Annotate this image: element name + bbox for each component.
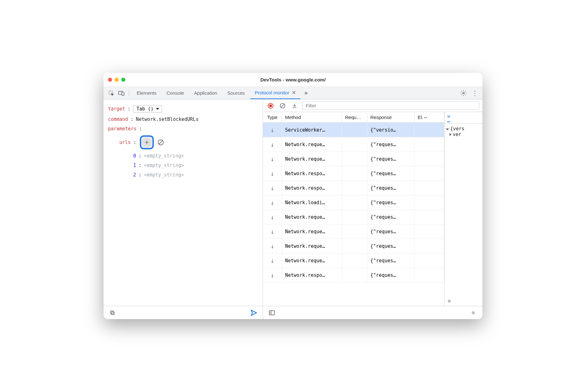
col-elapsed[interactable]: El.↔	[415, 112, 444, 122]
tab-bar: Elements Console Application Sources Pro…	[104, 87, 482, 99]
cell-response: {"reques…	[367, 195, 415, 210]
cell-elapsed	[415, 166, 444, 181]
clear-urls-button[interactable]	[156, 138, 165, 147]
table-row[interactable]: ↓Network.respo…{"reques…	[263, 166, 444, 181]
tab-protocol-monitor[interactable]: Protocol monitor ✕	[250, 87, 300, 99]
col-request[interactable]: Requ…	[342, 112, 367, 122]
close-window-button[interactable]	[108, 78, 112, 82]
cell-response: {"reques…	[367, 253, 415, 268]
table-row[interactable]: ↓Network.reque…{"reques…	[263, 239, 444, 253]
toggle-sidebar-icon[interactable]	[267, 308, 276, 317]
maximize-window-button[interactable]	[121, 78, 125, 82]
copy-icon[interactable]	[108, 308, 117, 317]
detail-root[interactable]: {vers	[446, 126, 481, 132]
table-row[interactable]: ↓Network.respo…{"reques…	[263, 268, 444, 282]
clear-log-button[interactable]	[278, 101, 287, 110]
close-tab-icon[interactable]: ✕	[292, 90, 296, 96]
parameters-key: parameters	[108, 126, 136, 132]
cell-type: ↓	[263, 268, 282, 282]
cell-request	[342, 137, 367, 151]
table-row[interactable]: ↓Network.reque…{"reques…	[263, 253, 444, 268]
detail-scroll-hint	[445, 296, 482, 306]
filter-input[interactable]	[302, 101, 479, 110]
settings-icon[interactable]	[459, 89, 468, 98]
cell-response: {"reques…	[367, 210, 415, 224]
add-url-highlight	[140, 135, 154, 149]
target-select[interactable]: Tab ()	[133, 105, 162, 113]
cell-method: Network.reque…	[282, 137, 342, 151]
col-method[interactable]: Method	[282, 112, 342, 122]
log-footer	[263, 306, 482, 319]
cell-request	[342, 181, 367, 195]
tab-application[interactable]: Application	[190, 87, 222, 99]
command-row: command: Network.setBlockedURLs	[108, 115, 258, 124]
url-item-1[interactable]: 1 : <empty_string>	[108, 161, 258, 170]
command-editor-footer	[104, 306, 263, 319]
table-row[interactable]: ↓Network.reque…{"reques…	[263, 137, 444, 152]
table-row[interactable]: ↓Network.loadi…{"reques…	[263, 195, 444, 210]
detail-tabs: »	[445, 112, 482, 123]
tab-sources[interactable]: Sources	[223, 87, 249, 99]
send-command-button[interactable]	[249, 308, 258, 317]
url-value: <empty_string>	[144, 163, 184, 168]
url-value: <empty_string>	[144, 172, 184, 178]
table-row[interactable]: ↓Network.reque…{"reques…	[263, 152, 444, 166]
scroll-indicator	[470, 310, 476, 316]
log-body: Type Method Requ… Response El.↔ ↓Service…	[263, 112, 482, 306]
svg-rect-6	[111, 311, 113, 314]
table-row[interactable]: ↓Network.reque…{"reques…	[263, 210, 444, 224]
cell-type: ↓	[263, 152, 282, 166]
devtools-window: DevTools - www.google.com/ Elements Cons…	[104, 73, 482, 319]
cell-elapsed	[415, 239, 444, 253]
tab-label: Protocol monitor	[255, 90, 289, 95]
svg-rect-2	[122, 92, 124, 95]
inspect-icon[interactable]	[107, 89, 116, 98]
protocol-log-panel: Type Method Requ… Response El.↔ ↓Service…	[263, 99, 482, 319]
parameters-row: parameters:	[108, 124, 258, 134]
cell-type: ↓	[263, 123, 282, 137]
minimize-window-button[interactable]	[115, 78, 119, 82]
traffic-lights	[108, 78, 125, 82]
cell-request	[342, 224, 367, 239]
urls-row: urls :	[108, 134, 258, 151]
tab-elements[interactable]: Elements	[132, 87, 161, 99]
cell-elapsed	[415, 210, 444, 224]
device-toolbar-icon[interactable]	[117, 89, 126, 98]
svg-point-3	[463, 92, 464, 94]
cell-elapsed	[415, 181, 444, 195]
kebab-menu-icon[interactable]: ⋮	[470, 89, 479, 98]
cell-elapsed	[415, 253, 444, 268]
more-detail-tabs-icon[interactable]: »	[447, 113, 450, 122]
cell-method: Network.respo…	[282, 268, 342, 282]
table-row[interactable]: ↓ServiceWorker…{"versio…	[263, 123, 444, 137]
table-body[interactable]: ↓ServiceWorker…{"versio…↓Network.reque…{…	[263, 123, 444, 306]
cell-response: {"reques…	[367, 137, 415, 151]
titlebar: DevTools - www.google.com/	[104, 73, 482, 87]
tab-console[interactable]: Console	[162, 87, 188, 99]
more-tabs-icon[interactable]: »	[302, 89, 310, 98]
cell-method: Network.reque…	[282, 152, 342, 166]
url-item-0[interactable]: 0 : <empty_string>	[108, 151, 258, 161]
cell-response: {"versio…	[367, 123, 415, 137]
cell-method: Network.loadi…	[282, 195, 342, 210]
cell-request	[342, 210, 367, 224]
url-item-2[interactable]: 2 : <empty_string>	[108, 170, 258, 180]
record-button[interactable]	[266, 101, 275, 110]
log-table: Type Method Requ… Response El.↔ ↓Service…	[263, 112, 445, 306]
command-key: command	[108, 116, 128, 122]
download-button[interactable]	[290, 101, 299, 110]
add-url-button[interactable]	[142, 138, 152, 147]
col-response[interactable]: Response	[367, 112, 415, 122]
cell-response: {"reques…	[367, 268, 415, 282]
cell-method: Network.reque…	[282, 239, 342, 253]
target-row: target: Tab ()	[108, 103, 258, 115]
cell-response: {"reques…	[367, 181, 415, 195]
table-row[interactable]: ↓Network.reque…{"reques…	[263, 224, 444, 239]
url-index: 0	[133, 153, 136, 159]
detail-child[interactable]: ver	[446, 132, 481, 137]
cell-elapsed	[415, 195, 444, 210]
table-row[interactable]: ↓Network.respo…{"reques…	[263, 181, 444, 195]
url-index: 1	[133, 163, 136, 168]
cell-request	[342, 253, 367, 268]
col-type[interactable]: Type	[263, 112, 282, 122]
